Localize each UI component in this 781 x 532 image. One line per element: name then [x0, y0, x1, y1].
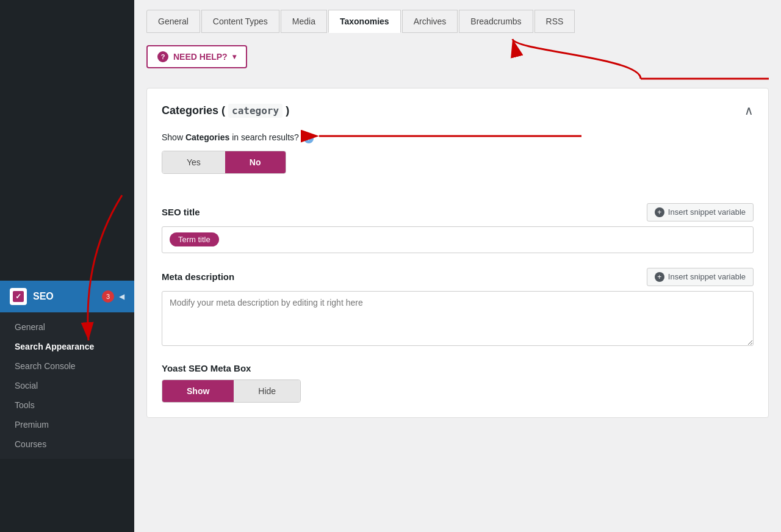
yes-toggle-button[interactable]: Yes — [162, 151, 225, 173]
main-content: General Content Types Media Taxonomies A… — [134, 0, 781, 532]
no-toggle-button[interactable]: No — [225, 151, 286, 173]
insert-snippet-label: Insert snippet variable — [668, 207, 746, 217]
seo-title-label: SEO title — [162, 207, 200, 217]
plus-icon-meta: + — [655, 272, 664, 282]
show-hide-toggle: Show Hide — [162, 379, 301, 403]
chevron-down-icon: ▾ — [232, 52, 236, 61]
tab-taxonomies[interactable]: Taxonomies — [328, 10, 401, 33]
seo-logo-checkmark: ✓ — [15, 293, 21, 300]
help-icon-label: ? — [161, 53, 165, 60]
sidebar-item-search-appearance[interactable]: Search Appearance — [0, 337, 134, 356]
show-button[interactable]: Show — [162, 380, 234, 402]
categories-bold: Categories — [185, 132, 229, 142]
tabs-bar: General Content Types Media Taxonomies A… — [134, 0, 781, 33]
sidebar-item-premium[interactable]: Premium — [0, 415, 134, 434]
seo-badge: 3 — [102, 290, 114, 303]
seo-logo: ✓ — [10, 288, 27, 305]
sidebar-submenu: General Search Appearance Search Console… — [0, 312, 134, 459]
seo-menu-item[interactable]: ✓ SEO 3 ◀ — [0, 281, 134, 312]
help-button-label: NEED HELP? — [173, 52, 228, 62]
show-in-search-toggle: Yes No — [162, 151, 286, 174]
in-search-suffix: in search results? — [232, 132, 299, 142]
yoast-meta-box-label: Yoast SEO Meta Box — [162, 363, 754, 373]
term-title-tag[interactable]: Term title — [170, 232, 219, 246]
tab-content-types[interactable]: Content Types — [201, 10, 279, 33]
meta-description-label: Meta description — [162, 271, 234, 282]
tab-rss[interactable]: RSS — [534, 10, 575, 33]
sidebar-item-social[interactable]: Social — [0, 376, 134, 395]
seo-menu-label: SEO — [33, 291, 102, 302]
insert-snippet-button-title[interactable]: + Insert snippet variable — [647, 203, 754, 221]
meta-description-header: Meta description + Insert snippet variab… — [162, 268, 754, 286]
arrow-annotation-2 — [289, 153, 594, 165]
meta-description-section: Meta description + Insert snippet variab… — [162, 268, 754, 348]
card-header: Categories ( category ) ∧ — [162, 103, 754, 118]
seo-title-input[interactable]: Term title — [162, 226, 754, 253]
card-title: Categories ( category ) — [162, 104, 289, 117]
tab-general[interactable]: General — [146, 10, 200, 33]
tab-media[interactable]: Media — [281, 10, 327, 33]
show-in-search-section: Show Categories in search results? ? Yes… — [162, 132, 754, 189]
yoast-meta-box-section: Yoast SEO Meta Box Show Hide — [162, 363, 754, 403]
collapse-arrow-icon: ◀ — [119, 292, 124, 301]
sidebar: ✓ SEO 3 ◀ General Search Appearance Sear… — [0, 0, 134, 532]
seo-title-section: SEO title + Insert snippet variable Term… — [162, 203, 754, 253]
sidebar-item-courses[interactable]: Courses — [0, 434, 134, 454]
seo-title-header: SEO title + Insert snippet variable — [162, 203, 754, 221]
insert-snippet-button-meta[interactable]: + Insert snippet variable — [647, 268, 754, 286]
sidebar-item-general[interactable]: General — [0, 317, 134, 337]
category-slug: category — [228, 104, 283, 118]
help-button[interactable]: ? NEED HELP? ▾ — [146, 45, 247, 68]
tab-archives[interactable]: Archives — [402, 10, 458, 33]
plus-icon: + — [655, 207, 664, 217]
content-area: Categories ( category ) ∧ Show Categorie… — [134, 88, 781, 430]
show-in-search-label: Show Categories in search results? ? — [162, 132, 754, 143]
help-circle-icon[interactable]: ? — [304, 134, 314, 143]
show-text: Show — [162, 132, 185, 142]
insert-snippet-label-meta: Insert snippet variable — [668, 272, 746, 281]
meta-description-textarea[interactable] — [162, 291, 754, 346]
categories-title-text: Categories — [162, 104, 218, 117]
sidebar-item-tools[interactable]: Tools — [0, 395, 134, 415]
help-icon: ? — [157, 51, 168, 62]
tab-breadcrumbs[interactable]: Breadcrumbs — [459, 10, 533, 33]
sidebar-item-search-console[interactable]: Search Console — [0, 356, 134, 376]
categories-card: Categories ( category ) ∧ Show Categorie… — [146, 88, 769, 418]
hide-button[interactable]: Hide — [234, 380, 300, 402]
collapse-button[interactable]: ∧ — [744, 103, 754, 118]
